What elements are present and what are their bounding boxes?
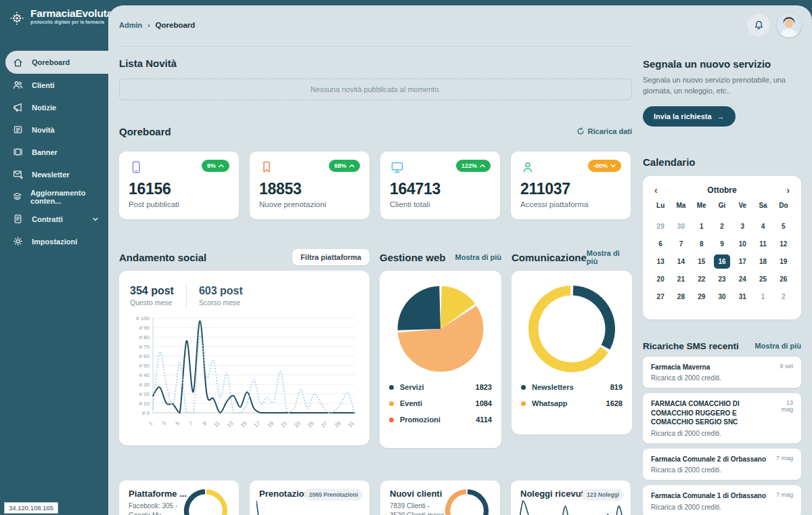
calendar-day[interactable]: 2 (712, 219, 732, 233)
kpi-card-clienti-totali[interactable]: 122% 164713 Clienti totali (380, 152, 500, 219)
legend-dot (521, 385, 526, 390)
calendar-day[interactable]: 18 (752, 254, 773, 269)
social-trend-line-chart[interactable]: # 0# 10# 20# 30# 40# 50# 60# 70# 80# 90#… (130, 314, 359, 436)
gestione-web-legend: Servizi 1823 Eventi 1084 Promozioni (389, 379, 492, 428)
user-avatar[interactable] (777, 13, 801, 37)
calendar-day[interactable]: 4 (752, 219, 773, 233)
reload-data-link[interactable]: Ricarica dati (577, 127, 632, 135)
calendar-day[interactable]: 14 (671, 254, 691, 269)
gear-icon (12, 236, 24, 247)
calendar-weekday: Sa (752, 202, 773, 212)
calendar-day[interactable]: 28 (671, 290, 691, 304)
calendar-day[interactable]: 24 (732, 272, 752, 286)
calendar-day[interactable]: 8 (692, 237, 712, 251)
calendar-day[interactable]: 21 (671, 272, 691, 286)
center-column: Lista Novità Nessuna novità pubblicata a… (119, 45, 632, 515)
legend-item-promozioni: Promozioni 4114 (389, 411, 492, 428)
legend-dot (389, 385, 394, 390)
gestione-web-pie-chart[interactable] (396, 284, 485, 374)
calendar-day[interactable]: 22 (692, 272, 712, 286)
calendar-day[interactable]: 15 (692, 254, 712, 269)
calendar-day[interactable]: 3 (732, 219, 752, 233)
calendar-weekday: Lu (650, 202, 671, 212)
calendar-grid: 2930123456789101112131415161718192021222… (650, 219, 794, 304)
calendar-day[interactable]: 2 (773, 290, 794, 304)
svg-text:# 60: # 60 (139, 353, 150, 359)
sidebar-item-notizie[interactable]: Notizie (0, 96, 108, 118)
sidebar-item-contratti[interactable]: Contratti (0, 208, 108, 230)
calendar-day[interactable]: 9 (712, 237, 732, 251)
lista-novita-title: Lista Novità (119, 58, 632, 69)
breadcrumb-admin[interactable]: Admin (119, 21, 142, 29)
sidebar-item-aggiornamento-contenuti[interactable]: Aggiornamento conten... (0, 185, 108, 208)
sidebar-item-qoreboard[interactable]: Qoreboard (5, 51, 108, 74)
calendar-day[interactable]: 30 (671, 219, 691, 233)
calendar-day[interactable]: 29 (692, 290, 712, 304)
calendar-day[interactable]: 27 (650, 290, 671, 304)
sms-pharmacy-name: Farmacia Maverna (651, 363, 710, 372)
svg-text:29: 29 (334, 420, 342, 428)
kpi-label: Nuove prenotazioni (259, 200, 360, 208)
svg-text:# 50: # 50 (139, 363, 150, 369)
calendar-day[interactable]: 13 (650, 254, 671, 269)
sms-detail: Ricarica di 2000 crediti. (651, 374, 793, 382)
sidebar-item-newsletter[interactable]: Newsletter (0, 163, 108, 185)
calendar-day[interactable]: 30 (712, 290, 732, 304)
sms-detail: Ricarica di 2000 crediti. (651, 466, 793, 474)
comunicazione-title: Comunicazione (512, 252, 587, 263)
calendar-day[interactable]: 31 (732, 290, 752, 304)
nuovi-clienti-line2: 3529 Clienti mese... (390, 512, 449, 515)
filtra-piattaforma-button[interactable]: Filtra piattaforma (292, 249, 369, 265)
svg-text:# 90: # 90 (139, 325, 150, 331)
svg-text:3: 3 (161, 420, 168, 426)
calendar-day[interactable]: 1 (692, 219, 712, 233)
calendar-day[interactable]: 11 (752, 237, 773, 251)
prenotazioni-mini-chart (256, 499, 363, 515)
calendar-day[interactable]: 20 (650, 272, 671, 286)
calendar-day[interactable]: 25 (752, 272, 773, 286)
brand-logo[interactable]: FarmaciaEvoluta® protocollo digitale per… (0, 0, 108, 27)
notifications-button[interactable] (747, 14, 770, 37)
sms-item[interactable]: Farmacia Maverna 9 set Ricarica di 2000 … (643, 357, 801, 388)
sidebar-item-novita[interactable]: Novità (0, 118, 108, 141)
calendar-day-selected[interactable]: 16 (714, 254, 730, 269)
sms-item[interactable]: Farmacia Comunale 1 di Orbassano 7 mag R… (643, 485, 801, 515)
calendar-day[interactable]: 10 (732, 237, 752, 251)
noleggi-card[interactable]: Noleggi ricevuti 123 Noleggi (511, 480, 631, 515)
brand-name: FarmaciaEvoluta® (30, 8, 116, 19)
sms-more-link[interactable]: Mostra di più (755, 342, 801, 350)
gestione-web-more-link[interactable]: Mostra di più (455, 253, 501, 261)
calendar-prev-button[interactable]: ‹ (654, 185, 658, 195)
calendar-weekday: Me (692, 202, 712, 212)
comunicazione-more-link[interactable]: Mostra di più (587, 249, 632, 265)
kpi-card-post-pubblicati[interactable]: 9% 16156 Post pubblicati (119, 152, 239, 219)
calendar-day[interactable]: 17 (732, 254, 752, 269)
invia-richiesta-button[interactable]: Invia la richiesta → (643, 106, 736, 127)
sms-item[interactable]: FARMACIA COMACCHIO DI COMACCHIO RUGGERO … (643, 393, 801, 443)
piattaforme-card[interactable]: Piattaforme ... Facebook: 305 -Google My… (119, 480, 239, 515)
calendar-day[interactable]: 19 (773, 254, 794, 269)
prenotazioni-card[interactable]: Prenotazioni r... 2065 Prenotazioni (250, 480, 369, 515)
breadcrumb-separator-icon: › (148, 22, 150, 29)
calendar-day[interactable]: 6 (650, 237, 671, 251)
sms-date: 7 mag (776, 491, 793, 501)
calendar-day[interactable]: 29 (650, 219, 671, 233)
calendario-title: Calendario (643, 156, 801, 168)
sidebar-item-banner[interactable]: Banner (0, 141, 108, 163)
calendar-day[interactable]: 12 (773, 237, 794, 251)
sidebar-item-impostazioni[interactable]: Impostazioni (0, 230, 108, 252)
bookmark-icon (259, 160, 274, 175)
calendar-day[interactable]: 7 (671, 237, 691, 251)
kpi-card-nuove-prenotazioni[interactable]: 68% 18853 Nuove prenotazioni (250, 152, 369, 219)
kpi-card-accessi-piattaforma[interactable]: -60% 211037 Accessi piattaforma (511, 152, 631, 219)
sidebar-item-clienti[interactable]: Clienti (0, 74, 108, 96)
calendar-day[interactable]: 1 (752, 290, 773, 304)
calendar-day[interactable]: 26 (773, 272, 794, 286)
comunicazione-donut-chart[interactable] (527, 284, 616, 374)
sms-item[interactable]: Farmacia Comunale 2 di Orbassano 7 mag R… (643, 449, 801, 480)
calendar-day[interactable]: 5 (773, 219, 794, 233)
calendar-next-button[interactable]: › (786, 185, 790, 195)
calendar-day[interactable]: 23 (712, 272, 732, 286)
header-divider (119, 46, 632, 47)
nuovi-clienti-card[interactable]: Nuovi clienti 7839 Clienti -3529 Clienti… (380, 480, 500, 515)
